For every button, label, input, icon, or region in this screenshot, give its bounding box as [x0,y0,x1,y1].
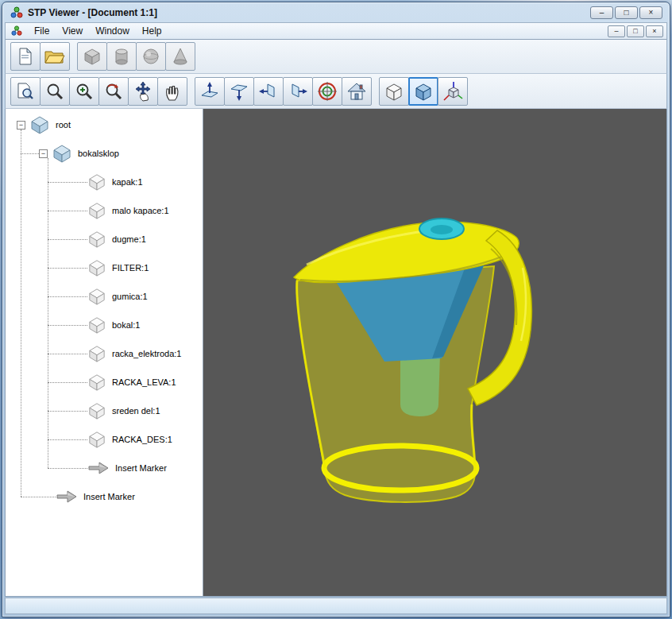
view-left-icon [258,81,279,102]
view-left-button[interactable] [253,77,284,106]
tree-item-part[interactable]: kapak:1 [48,168,203,196]
axes-mode-button[interactable] [438,77,468,106]
tree-item-label: RACKA_DES:1 [112,435,172,444]
title-bar[interactable]: STP Viewer - [Document 1:1] – □ × [5,2,667,22]
menu-view[interactable]: View [56,24,89,38]
tree-item-insert-marker[interactable]: Insert Marker [48,454,203,482]
part-cube-icon [87,316,106,334]
view-toolbar [5,74,667,109]
tree-item-part[interactable]: dugme:1 [48,225,203,253]
tree-item-part[interactable]: RACKA_LEVA:1 [48,368,203,397]
part-cube-icon [87,230,106,248]
new-document-icon [17,47,34,66]
tree-item-label: gumica:1 [112,292,148,301]
tree-item-label: kapak:1 [112,177,143,187]
tree-connector-stub [48,268,87,269]
rotate-button[interactable] [157,77,187,106]
window-title: STP Viewer - [Document 1:1] [28,7,590,18]
create-box-button [77,42,107,71]
view-right-button[interactable] [283,77,313,106]
tree-connector-stub [48,239,87,240]
child-close-button[interactable]: × [646,25,663,37]
axes-cube-icon [442,81,463,102]
pitcher-model [203,109,666,596]
menu-file[interactable]: File [28,24,56,38]
collapse-toggle[interactable]: − [17,121,25,130]
tree-item-part[interactable]: gumica:1 [48,282,203,311]
assembly-cube-icon [29,115,50,134]
rotate-icon [163,81,182,102]
fit-view-button[interactable] [10,77,41,106]
tree-item-part[interactable]: sreden del:1 [48,397,203,425]
3d-viewport[interactable] [203,109,666,596]
tree-item-label: bokalsklop [78,149,119,158]
app-logo-icon [10,6,24,19]
open-file-button[interactable] [40,42,70,71]
view-iso-button[interactable] [312,77,342,106]
tree-item-label: FILTER:1 [112,263,149,273]
view-top-icon [199,81,220,102]
tree-item-part[interactable]: FILTER:1 [48,253,203,282]
tree-connector-stub [48,468,87,469]
new-document-button[interactable] [10,42,41,71]
create-cylinder-button [106,42,137,71]
tree-connector-stub [48,296,87,297]
pan-button[interactable] [128,77,158,106]
document-menu-icon[interactable] [10,25,23,37]
minimize-button[interactable]: – [590,6,613,19]
assembly-cube-icon [52,144,72,163]
pan-icon [133,81,153,102]
tree-item-part[interactable]: racka_elektroda:1 [48,339,203,368]
zoom-window-button[interactable] [69,77,99,106]
maximize-button[interactable]: □ [615,6,638,19]
tree-item-label: malo kapace:1 [112,206,169,215]
tree-connector-line [21,130,21,497]
create-sphere-button [136,42,166,71]
tree-connector-stub [48,411,87,412]
box-shape-icon [83,47,102,66]
tree-item-part[interactable]: malo kapace:1 [48,196,203,225]
tree-item-label: Insert Marker [83,492,135,501]
close-button[interactable]: × [639,6,662,19]
wireframe-mode-button[interactable] [379,77,409,106]
child-restore-button[interactable]: □ [627,25,644,37]
tree-item-assembly[interactable]: − bokalsklop [21,139,203,168]
cylinder-shape-icon [113,47,130,66]
tree-item-root[interactable]: − root [17,110,203,139]
menu-help[interactable]: Help [136,24,168,38]
view-home-button[interactable] [342,77,372,106]
tree-connector-stub [48,382,87,383]
tree-item-part[interactable]: bokal:1 [48,311,203,339]
app-window: STP Viewer - [Document 1:1] – □ × File V… [2,2,670,617]
wireframe-cube-icon [384,81,404,102]
zoom-dynamic-button[interactable] [98,77,129,106]
part-cube-icon [87,402,106,420]
tree-item-part[interactable]: RACKA_DES:1 [48,425,203,454]
shaded-mode-button[interactable] [408,77,438,106]
tree-item-label: sreden del:1 [112,406,160,416]
tree-item-insert-marker-root[interactable]: Insert Marker [21,482,203,511]
view-top-button[interactable] [195,77,225,106]
status-bar [5,598,667,614]
zoom-button[interactable] [40,77,70,106]
view-home-icon [346,82,367,101]
menu-window[interactable]: Window [89,24,136,38]
child-minimize-button[interactable]: – [608,25,625,37]
collapse-toggle[interactable]: − [39,149,48,158]
view-bottom-button[interactable] [224,77,254,106]
tree-item-label: racka_elektroda:1 [112,349,181,358]
part-cube-icon [87,202,106,219]
tree-connector-stub [48,439,87,440]
create-cone-button [165,42,195,71]
tree-connector-stub [48,354,87,354]
zoom-window-icon [75,82,94,101]
fit-view-icon [16,82,35,101]
tree-item-label: bokal:1 [112,320,140,330]
standard-toolbar [5,40,667,74]
view-right-icon [288,81,308,102]
tree-item-label: dugme:1 [112,234,146,244]
part-cube-icon [87,431,106,448]
tree-connector-stub [48,182,87,183]
model-tree-panel: − root − [6,109,203,596]
zoom-dynamic-icon [104,82,123,101]
